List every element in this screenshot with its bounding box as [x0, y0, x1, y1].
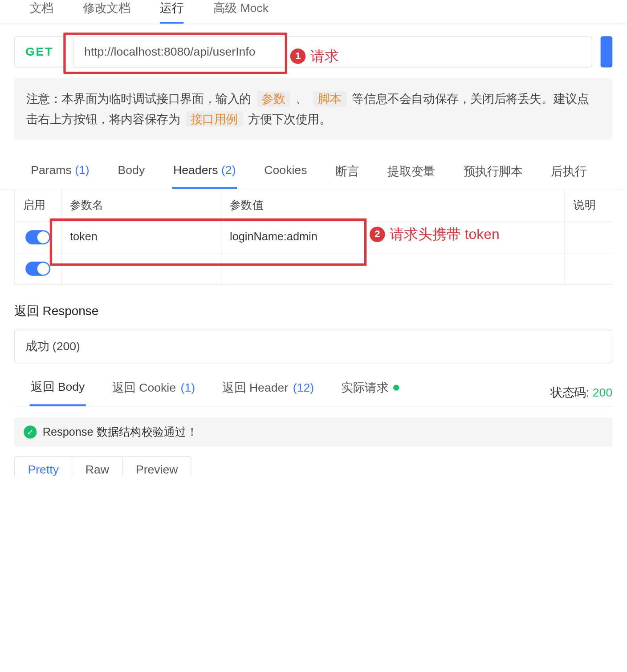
http-method-value: GET [25, 45, 53, 59]
toggle-switch[interactable] [25, 262, 50, 276]
toggle-switch[interactable] [25, 230, 50, 244]
validation-bar: ✓ Response 数据结构校验通过！ [14, 417, 612, 447]
resp-tab-label: 返回 Cookie [112, 380, 176, 396]
enable-toggle-cell [14, 222, 61, 253]
header-desc-input[interactable] [565, 253, 612, 284]
resp-tab-label: 返回 Header [222, 380, 288, 396]
validation-text: Response 数据结构校验通过！ [43, 425, 198, 440]
col-desc: 说明 [565, 190, 612, 222]
resp-tab-count: (12) [293, 381, 314, 395]
tab-doc[interactable]: 文档 [30, 0, 53, 24]
view-tab-preview[interactable]: Preview [123, 457, 191, 476]
notice-bar: 注意：本界面为临时调试接口界面，输入的 参数 、 脚本 等信息不会自动保存，关闭… [14, 78, 612, 140]
response-title: 返回 Response [0, 285, 627, 330]
check-icon: ✓ [24, 425, 37, 438]
notice-text: 方便下次使用。 [248, 113, 331, 125]
subtab-label: Headers [173, 163, 221, 176]
subtab-label: Params [31, 163, 75, 176]
status-code-value: 200 [593, 385, 612, 398]
resp-tab-actual[interactable]: 实际请求 [340, 379, 401, 406]
status-code-label: 状态码: [550, 385, 593, 398]
notice-tag-param: 参数 [257, 91, 290, 107]
resp-tab-count: (1) [181, 381, 195, 395]
response-status-select[interactable]: 成功 (200) [14, 330, 612, 364]
enable-toggle-cell [14, 253, 61, 284]
subtab-prescript[interactable]: 预执行脚本 [462, 163, 524, 189]
table-row: token loginName:admin [14, 222, 612, 253]
subtab-cookies[interactable]: Cookies [263, 163, 308, 189]
view-tab-raw[interactable]: Raw [73, 457, 123, 476]
col-name: 参数名 [61, 190, 221, 222]
notice-text: 注意：本界面为临时调试接口界面，输入的 [26, 92, 255, 105]
headers-table-head: 启用 参数名 参数值 说明 [14, 190, 612, 222]
notice-tag-script: 脚本 [313, 91, 346, 107]
notice-sep: 、 [296, 92, 308, 105]
http-method-select[interactable]: GET [14, 36, 65, 67]
subtab-postscript[interactable]: 后执行 [550, 163, 588, 189]
status-dot-icon [393, 385, 399, 391]
subtab-count: (2) [221, 163, 236, 176]
resp-tab-cookie[interactable]: 返回 Cookie (1) [111, 379, 196, 406]
header-name-input[interactable] [61, 253, 221, 284]
subtab-extract[interactable]: 提取变量 [387, 163, 436, 189]
tab-mock[interactable]: 高级 Mock [213, 0, 269, 24]
notice-tag-case: 接口用例 [186, 111, 243, 127]
header-value-input[interactable] [221, 253, 565, 284]
view-tab-pretty[interactable]: Pretty [15, 457, 72, 476]
col-enable: 启用 [14, 190, 61, 222]
status-code-display: 状态码: 200 [550, 385, 612, 401]
subtab-params[interactable]: Params (1) [30, 163, 91, 189]
subtab-count: (1) [75, 163, 90, 176]
resp-tab-header[interactable]: 返回 Header (12) [221, 379, 315, 406]
resp-tab-body[interactable]: 返回 Body [30, 379, 86, 406]
header-value-input[interactable]: loginName:admin [221, 222, 565, 253]
send-button[interactable] [601, 36, 613, 67]
col-value: 参数值 [221, 190, 565, 222]
resp-tab-label: 实际请求 [341, 380, 388, 396]
subtab-body[interactable]: Body [117, 163, 146, 189]
tab-run[interactable]: 运行 [160, 0, 183, 24]
subtab-headers[interactable]: Headers (2) [172, 163, 237, 189]
url-input[interactable]: http://localhost:8080/api/userInfo [73, 36, 592, 67]
header-desc-input[interactable] [565, 222, 612, 253]
subtab-assert[interactable]: 断言 [334, 163, 361, 189]
table-row [14, 253, 612, 284]
tab-edit-doc[interactable]: 修改文档 [83, 0, 130, 24]
header-name-input[interactable]: token [61, 222, 221, 253]
